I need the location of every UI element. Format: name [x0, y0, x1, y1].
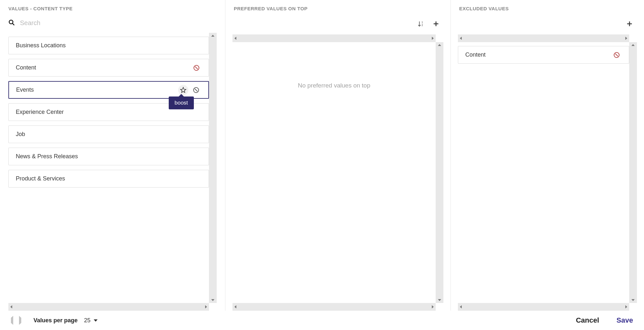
plus-icon — [432, 20, 440, 27]
value-item[interactable]: Business Locations — [8, 37, 209, 54]
preferred-column: PREFERRED VALUES ON TOP 1 2 — [225, 0, 451, 311]
search-input[interactable] — [19, 19, 217, 27]
search-row — [0, 16, 225, 33]
svg-point-0 — [9, 20, 13, 24]
preferred-title: PREFERRED VALUES ON TOP — [225, 0, 450, 16]
add-preferred-button[interactable] — [432, 20, 440, 27]
svg-text:2: 2 — [421, 24, 423, 27]
pager-next-button[interactable] — [19, 318, 21, 323]
h-scrollbar[interactable] — [232, 34, 436, 42]
h-scrollbar[interactable] — [232, 303, 436, 311]
cancel-button[interactable]: Cancel — [576, 316, 599, 325]
value-label: Job — [16, 131, 25, 138]
h-scrollbar[interactable] — [458, 34, 629, 42]
value-label: Events — [16, 87, 34, 93]
v-scrollbar[interactable] — [629, 42, 637, 303]
value-label: Experience Center — [16, 109, 64, 115]
values-title: VALUES - CONTENT TYPE — [0, 0, 225, 16]
values-list: Business Locations Content Events — [8, 33, 209, 188]
values-per-page-label: Values per page — [33, 317, 78, 324]
ban-icon — [193, 87, 199, 93]
add-excluded-button[interactable] — [626, 20, 633, 27]
value-item[interactable]: News & Press Releases — [8, 148, 209, 165]
footer: Values per page 25 Cancel Save — [0, 311, 644, 330]
value-item[interactable]: Job — [8, 125, 209, 143]
exclude-indicator-icon — [191, 63, 202, 73]
v-scrollbar[interactable] — [436, 42, 443, 303]
value-item[interactable]: Product & Services — [8, 170, 209, 188]
preferred-empty-message: No preferred values on top — [232, 42, 436, 89]
values-per-page-select[interactable]: 25 — [84, 317, 98, 324]
pager — [11, 318, 21, 323]
boost-tooltip: boost — [169, 96, 194, 109]
plus-icon — [626, 20, 633, 27]
values-column: VALUES - CONTENT TYPE Business Locations — [0, 0, 225, 311]
pager-prev-button[interactable] — [11, 318, 13, 323]
exclude-button[interactable] — [191, 85, 201, 95]
value-label: Product & Services — [16, 175, 65, 182]
h-scrollbar[interactable] — [8, 303, 209, 311]
excluded-item[interactable]: Content — [458, 46, 629, 64]
svg-marker-2 — [181, 87, 186, 92]
boost-button[interactable] — [178, 85, 188, 95]
svg-text:1: 1 — [421, 21, 423, 24]
value-label: News & Press Releases — [16, 153, 78, 160]
value-label: Business Locations — [16, 42, 66, 49]
svg-line-1 — [13, 23, 14, 25]
v-scrollbar[interactable] — [209, 33, 217, 303]
excluded-title: EXCLUDED VALUES — [451, 0, 644, 16]
remove-excluded-button[interactable] — [611, 50, 622, 60]
h-scrollbar[interactable] — [458, 303, 629, 311]
save-button[interactable]: Save — [617, 316, 633, 325]
sort-button[interactable]: 1 2 — [418, 20, 425, 27]
sort-numeric-icon: 1 2 — [418, 20, 425, 27]
chevron-down-icon — [94, 319, 98, 322]
excluded-label: Content — [465, 51, 486, 58]
excluded-column: EXCLUDED VALUES Content — [451, 0, 644, 311]
ban-icon — [614, 52, 620, 58]
search-icon — [8, 19, 15, 27]
value-item[interactable]: Content — [8, 59, 209, 77]
value-label: Content — [16, 64, 36, 71]
star-icon — [180, 87, 186, 93]
